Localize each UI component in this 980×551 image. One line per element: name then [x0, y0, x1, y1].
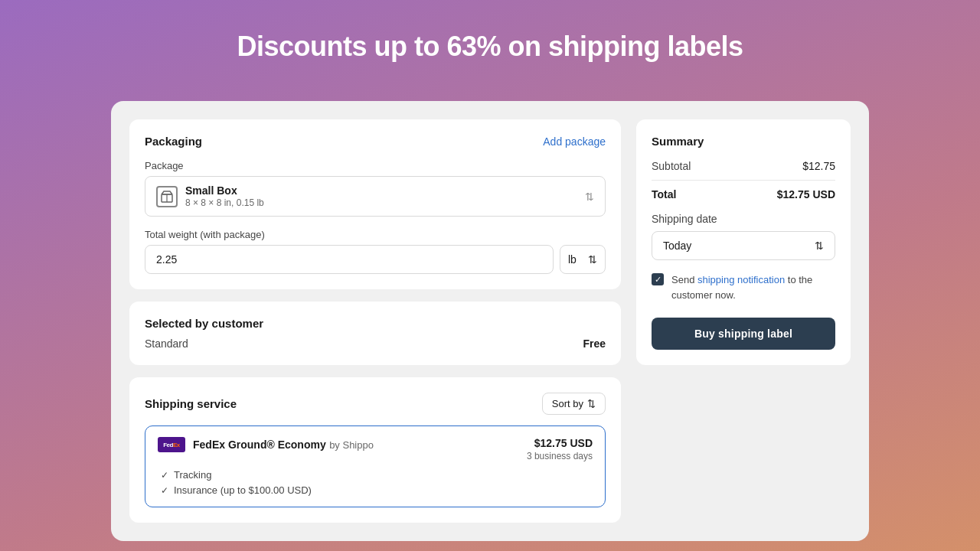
package-select[interactable]: Small Box 8 × 8 × 8 in, 0.15 lb ⇅ [145, 176, 606, 217]
total-label: Total [652, 188, 676, 201]
subtotal-label: Subtotal [652, 160, 691, 172]
feature-insurance-label: Insurance (up to $100.00 USD) [174, 484, 312, 496]
sort-label: Sort by [552, 398, 583, 409]
shipping-service-section: Shipping service Sort by ⇅ FedEx FedEx G… [129, 377, 621, 523]
right-column: Summary Subtotal $12.75 Total $12.75 USD… [636, 119, 851, 523]
packaging-section: Packaging Add package Package [129, 119, 621, 289]
shipping-service-title: Shipping service [145, 397, 237, 410]
service-item-fedex[interactable]: FedEx FedEx Ground® Economy by Shippo $1… [145, 425, 606, 507]
box-icon [156, 186, 178, 207]
service-days: 3 business days [527, 451, 593, 461]
feature-tracking: ✓ Tracking [161, 469, 593, 481]
page-title: Discounts up to 63% on shipping labels [221, 0, 758, 101]
package-dims: 8 × 8 × 8 in, 0.15 lb [185, 197, 264, 208]
customer-method-name: Standard [145, 337, 188, 350]
unit-chevron-icon: ⇅ [588, 253, 597, 266]
fedex-logo: FedEx [158, 437, 185, 452]
customer-section: Selected by customer Standard Free [129, 302, 621, 365]
customer-section-title: Selected by customer [145, 317, 606, 330]
sort-button[interactable]: Sort by ⇅ [542, 393, 606, 415]
service-name-row: FedEx FedEx Ground® Economy by Shippo [158, 437, 374, 452]
add-package-link[interactable]: Add package [543, 135, 606, 148]
packaging-header: Packaging Add package [145, 135, 606, 148]
check-icon: ✓ [161, 470, 168, 481]
package-field-label: Package [145, 160, 606, 171]
service-price: $12.75 USD [527, 437, 593, 449]
service-provider: by Shippo [329, 439, 374, 451]
chevron-updown-icon: ⇅ [585, 191, 594, 203]
subtotal-row: Subtotal $12.75 [652, 160, 835, 172]
checkbox-check-icon: ✓ [655, 275, 662, 285]
date-chevron-icon: ⇅ [815, 240, 824, 252]
package-select-left: Small Box 8 × 8 × 8 in, 0.15 lb [156, 184, 264, 208]
total-value: $12.75 USD [777, 188, 835, 201]
check-icon-2: ✓ [161, 485, 168, 496]
shipping-service-header: Shipping service Sort by ⇅ [145, 393, 606, 415]
service-price-group: $12.75 USD 3 business days [527, 437, 593, 461]
service-features: ✓ Tracking ✓ Insurance (up to $100.00 US… [158, 469, 593, 496]
summary-title: Summary [652, 135, 835, 148]
shipping-date-value: Today [663, 240, 691, 252]
notification-text: Send shipping notification to the custom… [671, 272, 835, 302]
subtotal-value: $12.75 [802, 160, 835, 172]
buy-shipping-label-button[interactable]: Buy shipping label [652, 318, 835, 350]
feature-insurance: ✓ Insurance (up to $100.00 USD) [161, 484, 593, 496]
notification-row: ✓ Send shipping notification to the cust… [652, 272, 835, 302]
service-name-group: FedEx Ground® Economy by Shippo [193, 438, 374, 452]
package-info: Small Box 8 × 8 × 8 in, 0.15 lb [185, 184, 264, 208]
shipping-date-select[interactable]: Today ⇅ [652, 231, 835, 260]
weight-field-label: Total weight (with package) [145, 229, 606, 240]
notification-link[interactable]: shipping notification [697, 274, 785, 285]
main-card: Packaging Add package Package [111, 101, 869, 541]
service-carrier-name: FedEx Ground® Economy [193, 439, 326, 451]
summary-divider [652, 180, 835, 181]
total-row: Total $12.75 USD [652, 188, 835, 201]
sort-chevron-icon: ⇅ [587, 398, 596, 409]
summary-card: Summary Subtotal $12.75 Total $12.75 USD… [636, 119, 851, 365]
packaging-title: Packaging [145, 135, 202, 148]
weight-unit-label: lb [568, 253, 577, 266]
shipping-date-label: Shipping date [652, 213, 835, 225]
notification-checkbox[interactable]: ✓ [652, 273, 664, 285]
weight-input[interactable] [145, 245, 554, 274]
package-name: Small Box [185, 184, 264, 197]
feature-tracking-label: Tracking [174, 469, 211, 481]
customer-method-row: Standard Free [145, 337, 606, 350]
service-top: FedEx FedEx Ground® Economy by Shippo $1… [158, 437, 593, 461]
customer-method-price: Free [583, 337, 606, 350]
left-column: Packaging Add package Package [129, 119, 621, 523]
weight-row: lb ⇅ [145, 245, 606, 274]
weight-unit-select[interactable]: lb ⇅ [560, 245, 606, 274]
